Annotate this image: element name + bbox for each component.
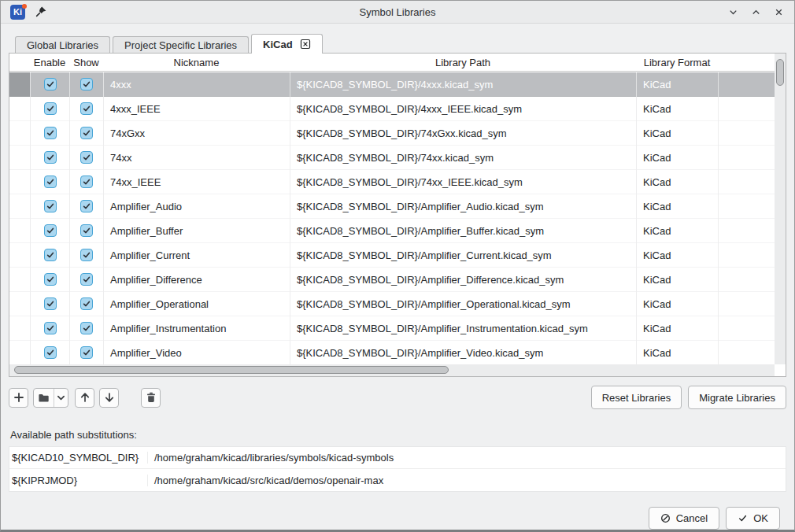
row-header-cell[interactable] (9, 146, 30, 170)
row-header-cell[interactable] (9, 268, 30, 292)
enable-checkbox[interactable] (44, 297, 57, 310)
table-row[interactable]: Amplifier_Video ${KICAD8_SYMBOL_DIR}/Amp… (9, 341, 775, 364)
delete-row-button[interactable] (141, 388, 161, 408)
tab-project-specific-libraries[interactable]: Project Specific Libraries (113, 36, 249, 53)
row-header-cell[interactable] (9, 341, 30, 365)
library-path-cell[interactable]: ${KICAD8_SYMBOL_DIR}/Amplifier_Video.kic… (290, 341, 636, 365)
library-format-cell[interactable]: KiCad (636, 146, 718, 170)
browse-options-button[interactable] (54, 389, 68, 407)
tab-close-icon[interactable] (300, 39, 311, 50)
ok-button[interactable]: OK (726, 507, 780, 530)
library-format-cell[interactable]: KiCad (636, 292, 718, 316)
library-path-cell[interactable]: ${KICAD8_SYMBOL_DIR}/Amplifier_Operation… (290, 292, 636, 316)
library-format-cell[interactable]: KiCad (636, 121, 718, 146)
horizontal-scrollbar-thumb[interactable] (14, 366, 449, 374)
library-path-cell[interactable]: ${KICAD8_SYMBOL_DIR}/Amplifier_Current.k… (290, 243, 636, 268)
enable-checkbox[interactable] (44, 102, 57, 115)
library-format-cell[interactable]: KiCad (636, 243, 718, 268)
nickname-cell[interactable]: Amplifier_Instrumentation (103, 316, 290, 341)
nickname-cell[interactable]: Amplifier_Audio (103, 194, 290, 219)
library-format-cell[interactable]: KiCad (636, 341, 718, 365)
table-row[interactable]: 74xx_IEEE ${KICAD8_SYMBOL_DIR}/74xx_IEEE… (9, 170, 775, 194)
move-down-button[interactable] (99, 388, 119, 408)
table-row[interactable]: 4xxx ${KICAD8_SYMBOL_DIR}/4xxx.kicad_sym… (9, 72, 775, 97)
show-checkbox[interactable] (80, 322, 93, 334)
library-format-cell[interactable]: KiCad (636, 170, 718, 194)
row-header-cell[interactable] (9, 170, 30, 194)
nickname-cell[interactable]: Amplifier_Operational (103, 292, 290, 316)
add-row-button[interactable] (9, 388, 28, 408)
library-path-cell[interactable]: ${KICAD8_SYMBOL_DIR}/Amplifier_Differenc… (290, 268, 636, 292)
row-header-cell[interactable] (9, 243, 30, 268)
nickname-cell[interactable]: Amplifier_Difference (103, 268, 290, 292)
table-row[interactable]: 74xx ${KICAD8_SYMBOL_DIR}/74xx.kicad_sym… (9, 146, 775, 170)
column-header-library-format[interactable]: Library Format (636, 57, 718, 68)
nickname-cell[interactable]: Amplifier_Video (103, 341, 290, 365)
enable-checkbox[interactable] (44, 127, 57, 139)
horizontal-scrollbar[interactable] (9, 364, 775, 376)
row-header-cell[interactable] (9, 194, 30, 219)
minimize-icon[interactable] (727, 6, 739, 18)
library-path-cell[interactable]: ${KICAD8_SYMBOL_DIR}/74xx.kicad_sym (290, 146, 636, 170)
tab-global-libraries[interactable]: Global Libraries (15, 36, 110, 53)
enable-checkbox[interactable] (44, 175, 57, 188)
migrate-libraries-button[interactable]: Migrate Libraries (688, 386, 786, 409)
browse-library-split-button[interactable] (33, 388, 68, 408)
cancel-button[interactable]: Cancel (649, 507, 719, 530)
enable-checkbox[interactable] (44, 224, 57, 237)
show-checkbox[interactable] (80, 273, 93, 286)
table-row[interactable]: 4xxx_IEEE ${KICAD8_SYMBOL_DIR}/4xxx_IEEE… (9, 97, 775, 121)
nickname-cell[interactable]: 4xxx (103, 72, 290, 97)
enable-checkbox[interactable] (44, 200, 57, 212)
column-header-nickname[interactable]: Nickname (103, 57, 290, 68)
nickname-cell[interactable]: 4xxx_IEEE (103, 97, 290, 121)
enable-checkbox[interactable] (44, 151, 57, 164)
column-header-enable[interactable]: Enable (30, 57, 69, 68)
row-header-cell[interactable] (9, 121, 30, 146)
library-path-cell[interactable]: ${KICAD8_SYMBOL_DIR}/Amplifier_Audio.kic… (290, 194, 636, 219)
vertical-scrollbar-thumb[interactable] (776, 59, 784, 86)
library-path-cell[interactable]: ${KICAD8_SYMBOL_DIR}/4xxx_IEEE.kicad_sym (290, 97, 636, 121)
table-row[interactable]: Amplifier_Audio ${KICAD8_SYMBOL_DIR}/Amp… (9, 194, 775, 219)
nickname-cell[interactable]: 74xx_IEEE (103, 170, 290, 194)
table-row[interactable]: 74xGxx ${KICAD8_SYMBOL_DIR}/74xGxx.kicad… (9, 121, 775, 146)
move-up-button[interactable] (75, 388, 94, 408)
maximize-icon[interactable] (750, 6, 762, 18)
close-icon[interactable] (773, 6, 785, 18)
library-format-cell[interactable]: KiCad (636, 268, 718, 292)
row-header-cell[interactable] (9, 97, 30, 121)
enable-checkbox[interactable] (44, 346, 57, 359)
nickname-cell[interactable]: Amplifier_Buffer (103, 219, 290, 243)
table-row[interactable]: Amplifier_Operational ${KICAD8_SYMBOL_DI… (9, 292, 775, 316)
show-checkbox[interactable] (80, 175, 93, 188)
library-format-cell[interactable]: KiCad (636, 316, 718, 341)
show-checkbox[interactable] (80, 127, 93, 139)
show-checkbox[interactable] (80, 200, 93, 212)
row-header-cell[interactable] (9, 219, 30, 243)
enable-checkbox[interactable] (44, 322, 57, 334)
show-checkbox[interactable] (80, 224, 93, 237)
library-format-cell[interactable]: KiCad (636, 219, 718, 243)
column-header-show[interactable]: Show (69, 57, 103, 68)
enable-checkbox[interactable] (44, 78, 57, 91)
row-header-cell[interactable] (9, 316, 30, 341)
library-format-cell[interactable]: KiCad (636, 72, 718, 97)
browse-library-button[interactable] (34, 389, 54, 407)
tab-kicad[interactable]: KiCad (251, 34, 323, 54)
table-row[interactable]: Amplifier_Current ${KICAD8_SYMBOL_DIR}/A… (9, 243, 775, 268)
library-path-cell[interactable]: ${KICAD8_SYMBOL_DIR}/74xx_IEEE.kicad_sym (290, 170, 636, 194)
nickname-cell[interactable]: Amplifier_Current (103, 243, 290, 268)
show-checkbox[interactable] (80, 346, 93, 359)
show-checkbox[interactable] (80, 297, 93, 310)
show-checkbox[interactable] (80, 249, 93, 261)
library-path-cell[interactable]: ${KICAD8_SYMBOL_DIR}/74xGxx.kicad_sym (290, 121, 636, 146)
nickname-cell[interactable]: 74xx (103, 146, 290, 170)
row-header-cell[interactable] (9, 292, 30, 316)
vertical-scrollbar[interactable] (775, 54, 786, 364)
library-format-cell[interactable]: KiCad (636, 194, 718, 219)
table-row[interactable]: Amplifier_Instrumentation ${KICAD8_SYMBO… (9, 316, 775, 341)
enable-checkbox[interactable] (44, 249, 57, 261)
table-row[interactable]: Amplifier_Buffer ${KICAD8_SYMBOL_DIR}/Am… (9, 219, 775, 243)
reset-libraries-button[interactable]: Reset Libraries (591, 386, 682, 409)
library-path-cell[interactable]: ${KICAD8_SYMBOL_DIR}/4xxx.kicad_sym (290, 72, 636, 97)
